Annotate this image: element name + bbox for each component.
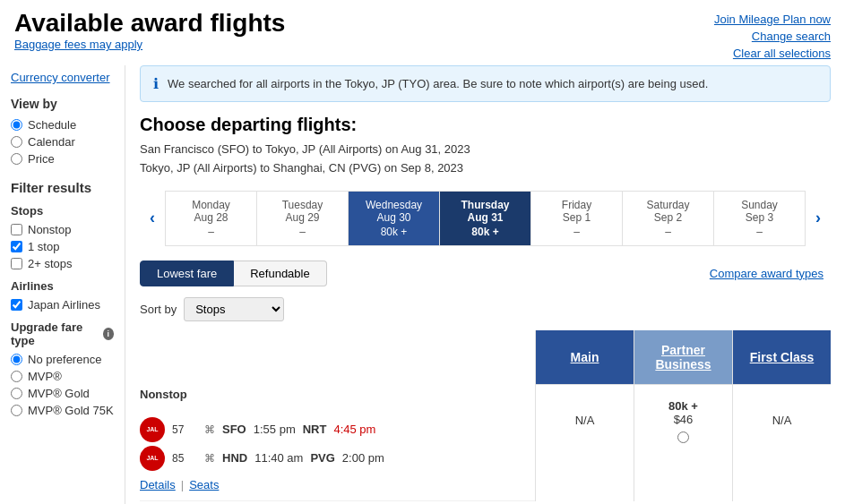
mvp-gold-75k-option[interactable]: MVP® Gold 75K xyxy=(11,404,114,417)
date-cell-1[interactable]: Tuesday Aug 29 – xyxy=(256,191,348,246)
stops-label: Stops xyxy=(11,204,114,218)
compare-award-types-link[interactable]: Compare award types xyxy=(710,267,831,280)
filter-results-label: Filter results xyxy=(11,180,114,195)
upgrade-fare-info-icon[interactable]: i xyxy=(103,328,114,340)
date-cell-3[interactable]: Thursday Aug 31 80k + xyxy=(439,191,530,246)
choose-title: Choose departing flights: xyxy=(140,115,831,135)
flight-segment-1: JAL 57 ⌘ SFO 1:55 pm NRT 4:45 pm xyxy=(140,417,535,442)
lowest-fare-tab[interactable]: Lowest fare xyxy=(140,261,234,286)
date-cell-4[interactable]: Friday Sep 1 – xyxy=(530,191,622,246)
first-class-column: First Class N/A xyxy=(732,330,831,501)
no-preference-option[interactable]: No preference xyxy=(11,353,114,366)
two-plus-stops-checkbox[interactable]: 2+ stops xyxy=(11,257,114,270)
view-price-option[interactable]: Price xyxy=(11,152,114,166)
view-by-label: View by xyxy=(11,97,114,111)
sort-row: Sort by Stops Departure Arrival Duration xyxy=(140,297,831,321)
partner-business-column: Partner Business 80k + $46 xyxy=(634,330,732,501)
airlines-label: Airlines xyxy=(11,279,114,293)
join-mileage-plan-link[interactable]: Join Mileage Plan now xyxy=(714,13,831,26)
info-icon: ℹ xyxy=(153,75,159,92)
flight-segments: JAL 57 ⌘ SFO 1:55 pm NRT 4:45 pm JAL xyxy=(140,417,535,471)
results-grid: Nonstop JAL 57 ⌘ SFO 1:55 pm NRT xyxy=(140,330,831,501)
info-banner: ℹ We searched for all airports in the To… xyxy=(140,65,831,102)
wifi-icon-1: ⌘ xyxy=(204,423,215,436)
sort-select[interactable]: Stops Departure Arrival Duration xyxy=(184,297,284,321)
seats-link[interactable]: Seats xyxy=(189,478,219,491)
view-schedule-option[interactable]: Schedule xyxy=(11,118,114,132)
wifi-icon-2: ⌘ xyxy=(204,452,215,465)
one-stop-checkbox[interactable]: 1 stop xyxy=(11,240,114,253)
baggage-fees-link[interactable]: Baggage fees may apply xyxy=(14,38,142,51)
date-carousel: ‹ Monday Aug 28 – Tuesday Aug 29 – Wedne… xyxy=(140,191,831,246)
partner-col-header: Partner Business xyxy=(634,330,732,384)
prev-date-arrow[interactable]: ‹ xyxy=(140,206,165,231)
mvp-option[interactable]: MVP® xyxy=(11,370,114,383)
clear-all-link-top[interactable]: Clear all selections xyxy=(733,47,831,60)
partner-award-cell: 80k + $46 xyxy=(634,384,732,460)
fare-tabs: Lowest fare Refundable xyxy=(140,261,327,286)
main-award-column: Main N/A xyxy=(535,330,634,501)
page-title: Available award flights xyxy=(14,9,285,38)
main-col-header: Main xyxy=(536,330,634,384)
date-cell-0[interactable]: Monday Aug 28 – xyxy=(165,191,256,246)
japan-airlines-checkbox[interactable]: Japan Airlines xyxy=(11,298,114,312)
table-row: JAL 57 ⌘ SFO 1:55 pm NRT 4:45 pm JAL xyxy=(140,408,535,501)
nonstop-checkbox[interactable]: Nonstop xyxy=(11,223,114,236)
first-award-cell: N/A xyxy=(733,384,831,456)
details-link[interactable]: Details xyxy=(140,478,176,491)
next-date-arrow[interactable]: › xyxy=(806,206,831,231)
first-col-header: First Class xyxy=(733,330,831,384)
flight-segment-2: JAL 85 ⌘ HND 11:40 am PVG 2:00 pm xyxy=(140,446,535,471)
nonstop-label: Nonstop xyxy=(140,388,535,401)
change-search-link-top[interactable]: Change search xyxy=(752,30,831,43)
refundable-tab[interactable]: Refundable xyxy=(234,261,327,286)
currency-converter-link[interactable]: Currency converter xyxy=(11,65,114,84)
airline-logo-2: JAL xyxy=(140,446,165,471)
flights-column: Nonstop JAL 57 ⌘ SFO 1:55 pm NRT xyxy=(140,330,535,501)
date-cell-2[interactable]: Wednesday Aug 30 80k + xyxy=(348,191,439,246)
mvp-gold-option[interactable]: MVP® Gold xyxy=(11,387,114,400)
date-cell-5[interactable]: Saturday Sep 2 – xyxy=(622,191,713,246)
partner-select-radio[interactable] xyxy=(677,431,689,443)
airline-logo-1: JAL xyxy=(140,417,165,442)
date-cell-6[interactable]: Sunday Sep 3 – xyxy=(713,191,806,246)
route-info: San Francisco (SFO) to Tokyo, JP (All Ai… xyxy=(140,141,831,178)
view-calendar-option[interactable]: Calendar xyxy=(11,135,114,149)
main-award-cell: N/A xyxy=(536,384,634,456)
upgrade-fare-title: Upgrade fare type i xyxy=(11,320,114,347)
flight-actions: Details | Seats xyxy=(140,478,535,491)
fare-controls: Lowest fare Refundable Compare award typ… xyxy=(140,261,831,286)
